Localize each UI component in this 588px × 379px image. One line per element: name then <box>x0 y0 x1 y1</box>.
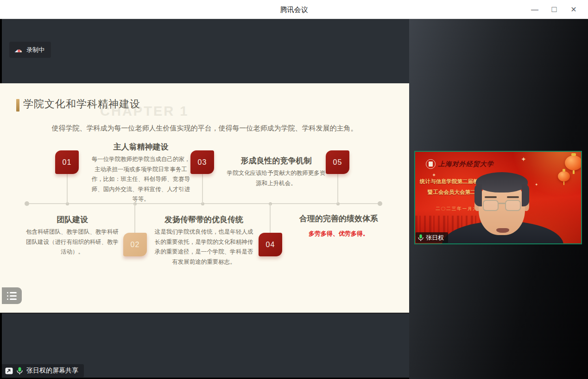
screen-share-area: ☁ 录制中 CHAPTER 1 学院文化和学科精神建设 使得学院、学科成为每一位… <box>0 19 409 379</box>
participant-name-badge: 张日权 <box>416 232 448 243</box>
window-title: 腾讯会议 <box>0 0 588 19</box>
step-body: 包含科研团队、教学团队、教学科研团队建设（进行有组织的科研、教学活动）。 <box>25 227 119 257</box>
timeline-end-dot <box>378 201 382 206</box>
eyebrow <box>485 196 497 198</box>
connector-line <box>202 174 203 204</box>
hair-side <box>522 184 529 206</box>
participant-name: 张日权 <box>426 234 444 242</box>
eyebrow <box>507 196 519 198</box>
step-block-04: 发扬传帮带的优良传统 这是我们学院优良传统，也是年轻人成长的重要依托，是学院的文… <box>154 214 253 267</box>
step-number-04: 04 <box>259 233 282 256</box>
window-controls: — □ ✕ <box>525 0 583 19</box>
slide-list-toggle-button[interactable] <box>2 287 22 304</box>
glasses <box>483 200 521 211</box>
participant-avatar <box>415 152 581 243</box>
step-title: 形成良性的竞争机制 <box>226 155 326 166</box>
step-block-03: 形成良性的竞争机制 学院文化应该给予贡献大的教师更多资源和上升机会。 <box>226 155 326 188</box>
hair-side <box>474 184 482 206</box>
app-window: 腾讯会议 — □ ✕ ☁ 录制中 CHAPTER 1 学院文化和学科精神建设 使… <box>0 0 588 379</box>
mic-icon <box>17 367 23 375</box>
step-block-02: 团队建设 包含科研团队、教学团队、教学科研团队建设（进行有组织的科研、教学活动）… <box>25 214 119 257</box>
participant-panel: ✦ ✦ ✦ 上海对外经贸大学 统计与信息学院第二届教职工大会 暨工会会员大会第二… <box>409 19 588 379</box>
title-accent-bar <box>16 99 19 112</box>
close-icon[interactable]: ✕ <box>564 0 583 19</box>
connector-line <box>67 174 68 204</box>
step-title: 发扬传帮带的优良传统 <box>154 214 253 225</box>
connector-line <box>134 204 135 233</box>
step-block-01: 主人翁精神建设 每一位学院教师把学院当成自己的家，主动承担一项或多项学院日常事务… <box>91 142 191 205</box>
maximize-icon[interactable]: □ <box>544 0 564 19</box>
slide-title: 学院文化和学科精神建设 <box>23 97 140 111</box>
meeting-main: ☁ 录制中 CHAPTER 1 学院文化和学科精神建设 使得学院、学科成为每一位… <box>0 19 588 379</box>
step-number-03: 03 <box>190 150 214 174</box>
screen-share-icon <box>5 367 13 374</box>
step-number-05: 05 <box>326 150 349 174</box>
step-body: 学院文化应该给予贡献大的教师更多资源和上升机会。 <box>226 168 326 188</box>
presentation-slide: CHAPTER 1 学院文化和学科精神建设 使得学院、学科成为每一位老师人生价值… <box>0 83 409 313</box>
connector-line <box>337 174 338 204</box>
step-title: 主人翁精神建设 <box>91 142 191 152</box>
screen-share-status-badge: 张日权的屏幕共享 <box>2 364 84 377</box>
step-number-02: 02 <box>123 233 147 256</box>
share-label: 张日权的屏幕共享 <box>26 367 78 375</box>
step-body: 每一位学院教师把学院当成自己的家，主动承担一项或多项学院日常事务工作，比如：班主… <box>91 155 191 205</box>
recording-label: 录制中 <box>26 46 44 54</box>
timeline-end-dot <box>25 201 29 206</box>
minimize-icon[interactable]: — <box>525 0 544 19</box>
mic-icon <box>418 234 424 242</box>
step-title: 团队建设 <box>25 214 119 225</box>
step-block-05: 合理的完善的绩效体系 多劳多得、优劳多得。 <box>291 213 386 239</box>
participant-video-tile[interactable]: ✦ ✦ ✦ 上海对外经贸大学 统计与信息学院第二届教职工大会 暨工会会员大会第二… <box>414 151 582 244</box>
share-top-band: ☁ 录制中 <box>2 19 409 83</box>
list-icon <box>7 292 17 300</box>
step-title: 合理的完善的绩效体系 <box>291 213 386 224</box>
recording-badge[interactable]: ☁ 录制中 <box>9 42 51 58</box>
hair <box>476 172 528 193</box>
step-number-01: 01 <box>55 150 79 174</box>
step-highlight: 多劳多得、优劳多得。 <box>291 229 386 239</box>
step-body: 这是我们学院优良传统，也是年轻人成长的重要依托，是学院的文化和精神传承的重要途径… <box>154 227 253 267</box>
titlebar: 腾讯会议 — □ ✕ <box>0 0 588 19</box>
cloud-recording-icon: ☁ <box>14 46 22 54</box>
connector-line <box>270 204 271 233</box>
slide-subtitle: 使得学院、学科成为每一位老师人生价值实现的平台，使得每一位老师成为学院、学科发展… <box>0 124 409 133</box>
